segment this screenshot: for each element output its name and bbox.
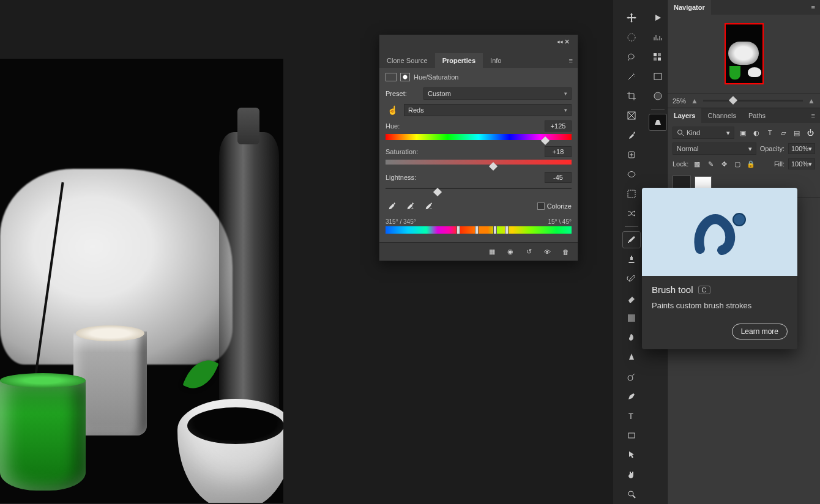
channel-select[interactable]: Reds ▾: [404, 104, 572, 116]
history-brush-tool-icon[interactable]: [623, 271, 640, 287]
panel-titlebar[interactable]: ◂◂ ✕: [379, 35, 578, 53]
collapse-icon[interactable]: ◂◂: [557, 39, 563, 45]
gradient-tool-icon[interactable]: [623, 310, 640, 326]
lightness-value[interactable]: -45: [545, 172, 572, 183]
properties-panel[interactable]: ◂◂ ✕ Clone Source Properties Info ≡ Hue/…: [379, 34, 578, 261]
saturation-value[interactable]: +18: [545, 146, 572, 157]
dodge-tool-icon[interactable]: [623, 369, 640, 385]
tab-paths[interactable]: Paths: [742, 108, 772, 123]
filter-kind-label: Kind: [687, 129, 700, 136]
perspective-panel-icon[interactable]: [649, 114, 666, 130]
fill-value[interactable]: 100%▾: [788, 158, 815, 169]
tab-channels[interactable]: Channels: [701, 108, 742, 123]
svg-text:+: +: [411, 206, 414, 210]
zoom-out-icon[interactable]: ▲: [691, 97, 698, 105]
photo-viewport[interactable]: [0, 59, 283, 503]
hand-tool-icon[interactable]: [623, 467, 640, 483]
lock-artboard-icon[interactable]: ▢: [732, 159, 742, 169]
hue-value[interactable]: +125: [545, 120, 572, 132]
shuffle-icon[interactable]: [623, 206, 640, 221]
brush-tool-icon[interactable]: [623, 232, 640, 248]
lasso-tool-icon[interactable]: [623, 49, 640, 65]
healing-brush-tool-icon[interactable]: [623, 147, 640, 163]
adjustment-title: Hue/Saturation: [414, 73, 458, 81]
checkbox-icon: [537, 202, 545, 210]
filter-adjust-icon[interactable]: ◐: [751, 128, 761, 138]
zoom-tool-icon[interactable]: [623, 486, 640, 502]
visibility-icon[interactable]: 👁: [542, 247, 552, 257]
color-range-slider[interactable]: [386, 226, 572, 234]
eyedropper-subtract-icon[interactable]: −: [422, 200, 434, 212]
swatches-panel-icon[interactable]: [649, 49, 666, 65]
navigator-proxy[interactable]: [725, 23, 764, 84]
trash-icon[interactable]: 🗑: [561, 247, 570, 257]
panel-menu-icon[interactable]: ≡: [564, 53, 578, 68]
chevron-down-icon: ▾: [564, 107, 567, 113]
navigator-thumbnail[interactable]: [668, 15, 820, 93]
clip-to-layer-icon[interactable]: ▦: [487, 247, 497, 257]
panel-menu-icon[interactable]: ≡: [807, 1, 820, 13]
eraser-tool-icon[interactable]: [623, 291, 640, 306]
tab-clone-source[interactable]: Clone Source: [379, 53, 435, 68]
smudge-tool-icon[interactable]: [623, 330, 640, 346]
colorize-checkbox[interactable]: Colorize: [537, 202, 572, 210]
preset-select[interactable]: Custom ▾: [423, 87, 572, 100]
info-panel-icon[interactable]: [649, 69, 666, 84]
lock-all-icon[interactable]: 🔒: [746, 159, 756, 169]
move-tool-icon[interactable]: [623, 10, 640, 26]
lightness-slider[interactable]: [386, 188, 572, 194]
preset-value: Custom: [428, 90, 451, 97]
layer-filter-select[interactable]: Kind ▾: [673, 127, 734, 139]
learn-more-button[interactable]: Learn more: [732, 324, 788, 339]
crop-tool-icon[interactable]: [623, 88, 640, 104]
brush-demo-graphic: [642, 188, 797, 276]
opacity-value[interactable]: 100%▾: [788, 143, 815, 154]
play-icon[interactable]: [649, 10, 666, 26]
histogram-icon[interactable]: [649, 29, 666, 45]
pen-tool-icon[interactable]: [623, 388, 640, 404]
search-icon: [677, 129, 684, 136]
hue-slider[interactable]: [386, 134, 572, 140]
marquee-tool-icon[interactable]: [623, 29, 640, 45]
eyedropper-tool-icon[interactable]: [623, 127, 640, 143]
filter-smart-icon[interactable]: ▤: [792, 128, 802, 138]
clone-stamp-tool-icon[interactable]: [623, 251, 640, 267]
color-wheel-icon[interactable]: [649, 88, 666, 104]
view-previous-icon[interactable]: ◉: [505, 247, 515, 257]
eyedropper-add-icon[interactable]: +: [404, 200, 416, 212]
zoom-in-icon[interactable]: ▲: [808, 97, 815, 105]
targeted-adjust-icon[interactable]: ☝: [386, 103, 399, 117]
filter-shape-icon[interactable]: ▱: [778, 128, 788, 138]
lock-transparency-icon[interactable]: ▩: [692, 159, 702, 169]
range-right: 15° \ 45°: [548, 218, 572, 225]
filter-toggle-icon[interactable]: ⏻: [805, 128, 815, 138]
tab-layers[interactable]: Layers: [668, 108, 701, 123]
lock-position-icon[interactable]: ✥: [719, 159, 729, 169]
lock-label: Lock:: [673, 160, 688, 168]
filter-pixel-icon[interactable]: ▣: [738, 128, 748, 138]
eyedropper-icon[interactable]: [386, 200, 398, 212]
filter-type-icon[interactable]: T: [765, 128, 775, 138]
reset-icon[interactable]: ↺: [524, 247, 534, 257]
blend-mode-select[interactable]: Normal▾: [673, 143, 756, 155]
path-select-tool-icon[interactable]: [623, 447, 640, 463]
zoom-value[interactable]: 25%: [673, 97, 686, 105]
frame-tool-icon[interactable]: [623, 108, 640, 124]
perspective-crop-icon[interactable]: [623, 186, 640, 202]
svg-rect-20: [654, 73, 662, 80]
magic-wand-tool-icon[interactable]: [623, 69, 640, 84]
saturation-slider[interactable]: [386, 160, 572, 166]
zoom-slider[interactable]: [703, 100, 803, 102]
lock-pixels-icon[interactable]: ✎: [706, 159, 715, 169]
close-icon[interactable]: ✕: [564, 38, 574, 48]
patch-tool-icon[interactable]: [623, 166, 640, 182]
tab-properties[interactable]: Properties: [435, 53, 483, 68]
tab-navigator[interactable]: Navigator: [668, 0, 711, 15]
sharpen-tool-icon[interactable]: [623, 349, 640, 365]
type-tool-icon[interactable]: T: [623, 408, 640, 424]
toolbox-secondary: [647, 10, 668, 130]
rectangle-tool-icon[interactable]: [623, 428, 640, 443]
panel-menu-icon[interactable]: ≡: [807, 109, 820, 122]
tab-info[interactable]: Info: [483, 53, 509, 68]
hue-label: Hue:: [386, 122, 400, 130]
